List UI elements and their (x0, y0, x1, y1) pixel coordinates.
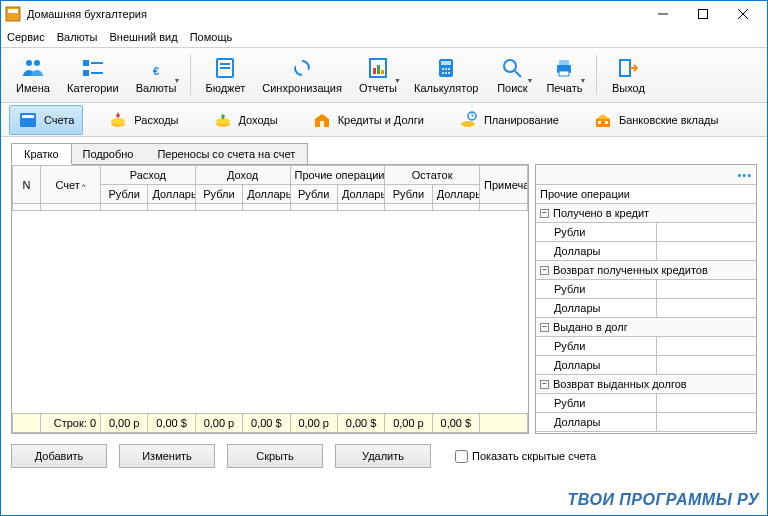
window-title: Домашняя бухгалтерия (27, 8, 643, 20)
side-row[interactable]: Доллары (536, 413, 756, 431)
navtab-icon (18, 110, 38, 130)
svg-rect-31 (559, 60, 569, 65)
minimize-button[interactable] (643, 1, 683, 27)
menu-view[interactable]: Внешний вид (110, 31, 178, 43)
col-bal-usd[interactable]: Долларь (432, 185, 479, 204)
svg-point-25 (442, 72, 444, 74)
chevron-down-icon: ▼ (526, 77, 533, 84)
side-row[interactable]: Рубли (536, 280, 756, 299)
menu-currencies[interactable]: Валюты (57, 31, 98, 43)
svg-point-24 (448, 68, 450, 70)
chevron-down-icon: ▼ (394, 77, 401, 84)
navtab-2[interactable]: Доходы (204, 105, 287, 135)
navtab-4[interactable]: Планирование (449, 105, 568, 135)
toolbar-print-button[interactable]: Печать▼ (539, 50, 589, 100)
side-row[interactable]: Рубли (536, 223, 756, 242)
side-group-header[interactable]: −Перенос средств между счетами (536, 432, 756, 433)
table-row[interactable] (13, 204, 528, 211)
svg-line-29 (515, 71, 521, 77)
side-menu-icon[interactable]: ••• (737, 169, 752, 181)
side-group-header[interactable]: −Возврат полученных кредитов (536, 261, 756, 280)
cats-icon (81, 56, 105, 80)
svg-rect-17 (373, 68, 376, 74)
svg-rect-19 (381, 70, 384, 74)
svg-rect-8 (83, 60, 89, 66)
col-inc-usd[interactable]: Долларь (243, 185, 290, 204)
col-note[interactable]: Примечан (480, 166, 528, 204)
toolbar-budget-button[interactable]: Бюджет (198, 50, 252, 100)
toolbar-report-button[interactable]: Отчеты▼ (352, 50, 404, 100)
exit-icon (616, 56, 640, 80)
edit-button[interactable]: Изменить (119, 444, 215, 468)
col-other[interactable]: Прочие операции (290, 166, 385, 185)
show-hidden-checkbox[interactable]: Показать скрытые счета (455, 450, 596, 463)
users-icon (21, 56, 45, 80)
report-icon (366, 56, 390, 80)
col-income[interactable]: Доход (195, 166, 290, 185)
delete-button[interactable]: Удалить (335, 444, 431, 468)
svg-rect-21 (441, 61, 451, 65)
toolbar: ИменаКатегории€Валюты▼БюджетСинхронизаци… (1, 47, 767, 103)
side-row[interactable]: Доллары (536, 242, 756, 260)
side-group-header[interactable]: −Выдано в долг (536, 318, 756, 337)
side-row[interactable]: Рубли (536, 337, 756, 356)
collapse-icon: − (540, 380, 549, 389)
accounts-grid[interactable]: N Счет^ Расход Доход Прочие операции Ост… (11, 164, 529, 434)
svg-rect-3 (699, 10, 708, 19)
side-group-header[interactable]: −Возврат выданных долгов (536, 375, 756, 394)
subtab-transfers[interactable]: Переносы со счета на счет (145, 143, 308, 165)
col-oth-usd[interactable]: Долларь (337, 185, 384, 204)
subtab-detail[interactable]: Подробно (71, 143, 147, 165)
toolbar-exit-button[interactable]: Выход (604, 50, 652, 100)
toolbar-euro-button[interactable]: €Валюты▼ (129, 50, 184, 100)
close-button[interactable] (723, 1, 763, 27)
subtab-brief[interactable]: Кратко (11, 143, 72, 165)
col-oth-rub[interactable]: Рубли (290, 185, 337, 204)
collapse-icon: − (540, 209, 549, 218)
navtab-icon (213, 110, 233, 130)
svg-point-23 (445, 68, 447, 70)
toolbar-calc-button[interactable]: Калькулятор (407, 50, 485, 100)
col-exp-rub[interactable]: Рубли (101, 185, 148, 204)
svg-point-28 (504, 60, 516, 72)
menu-help[interactable]: Помощь (190, 31, 233, 43)
side-title: Прочие операции (536, 185, 756, 204)
toolbar-users-button[interactable]: Имена (9, 50, 57, 100)
col-balance[interactable]: Остаток (385, 166, 480, 185)
side-row[interactable]: Доллары (536, 299, 756, 317)
side-row[interactable]: Доллары (536, 356, 756, 374)
col-account[interactable]: Счет^ (41, 166, 101, 204)
side-group-header[interactable]: −Получено в кредит (536, 204, 756, 223)
print-icon (552, 56, 576, 80)
svg-rect-9 (83, 70, 89, 76)
toolbar-sync-button[interactable]: Синхронизация (255, 50, 349, 100)
col-inc-rub[interactable]: Рубли (195, 185, 242, 204)
col-expense[interactable]: Расход (101, 166, 196, 185)
totals-row: Строк: 0 0,00 р0,00 $ 0,00 р0,00 $ 0,00 … (12, 413, 528, 433)
svg-point-7 (34, 60, 40, 66)
svg-rect-15 (220, 67, 230, 69)
col-bal-rub[interactable]: Рубли (385, 185, 432, 204)
section-tabs: СчетаРасходыДоходыКредиты и ДолгиПланиро… (1, 103, 767, 137)
maximize-button[interactable] (683, 1, 723, 27)
navtab-3[interactable]: Кредиты и Долги (303, 105, 433, 135)
navtab-5[interactable]: Банковские вклады (584, 105, 727, 135)
col-n[interactable]: N (13, 166, 41, 204)
svg-rect-40 (320, 121, 324, 127)
toolbar-search-button[interactable]: Поиск▼ (488, 50, 536, 100)
watermark: ТВОИ ПРОГРАММЫ РУ (568, 491, 760, 509)
svg-rect-47 (605, 121, 608, 124)
euro-icon: € (144, 56, 168, 80)
col-exp-usd[interactable]: Долларь (148, 185, 195, 204)
app-icon (5, 6, 21, 22)
add-button[interactable]: Добавить (11, 444, 107, 468)
toolbar-cats-button[interactable]: Категории (60, 50, 126, 100)
navtab-1[interactable]: Расходы (99, 105, 187, 135)
hide-button[interactable]: Скрыть (227, 444, 323, 468)
navtab-icon (458, 110, 478, 130)
menu-service[interactable]: Сервис (7, 31, 45, 43)
navtab-0[interactable]: Счета (9, 105, 83, 135)
side-row[interactable]: Рубли (536, 394, 756, 413)
svg-point-22 (442, 68, 444, 70)
collapse-icon: − (540, 266, 549, 275)
